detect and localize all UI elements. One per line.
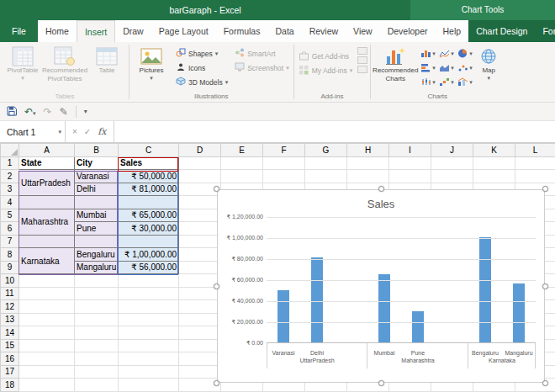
tab-home[interactable]: Home [38,20,77,42]
row-header-17[interactable]: 17 [1,365,19,379]
row-header-6[interactable]: 6 [1,222,19,236]
cell-D9[interactable] [179,261,221,274]
tab-developer[interactable]: Developer [380,20,436,42]
cell-B12[interactable] [75,300,119,314]
chart-resize-handle[interactable] [542,283,548,289]
cell-L2[interactable] [515,170,555,183]
cell-D12[interactable] [179,300,221,314]
cell-C3[interactable]: ₹ 81,000.00 [119,183,179,196]
bar-Bengaluru[interactable] [479,237,491,342]
qat-customize-dropdown-icon[interactable]: ▾ [84,109,87,115]
cell-D15[interactable] [179,339,221,352]
cell-B9[interactable]: Mangaluru [75,261,119,274]
insert-function-icon[interactable]: fx [98,126,106,137]
bar-Delhi[interactable] [311,257,323,342]
cell-B3[interactable]: Delhi [75,183,119,196]
table-button[interactable]: Table [86,44,128,89]
cell-D1[interactable] [179,156,221,170]
cell-A5[interactable]: Maharashtra [19,209,75,235]
cell-B14[interactable] [75,326,119,340]
cell-E2[interactable] [221,170,263,183]
cell-C1[interactable]: Sales [119,156,179,170]
row-header-2[interactable]: 2 [1,170,19,183]
column-header-I[interactable]: I [389,144,431,157]
cell-L1[interactable] [515,156,555,170]
cell-A16[interactable] [19,352,75,366]
combo-chart-button[interactable]: ▾ [456,75,474,89]
tab-format[interactable]: Format [535,20,555,42]
chart-title[interactable]: Sales [218,190,544,217]
chart-resize-handle[interactable] [214,283,219,289]
row-header-18[interactable]: 18 [1,379,19,392]
tab-help[interactable]: Help [436,20,469,42]
format-painter-icon[interactable]: ✎ [60,107,68,117]
cell-D17[interactable] [179,365,221,379]
cell-A18[interactable] [19,379,75,392]
cell-D6[interactable] [179,222,221,236]
cell-D8[interactable] [179,248,221,262]
cell-G1[interactable] [305,156,347,170]
chart-area[interactable]: Sales ₹ 1,20,000.00₹ 1,00,000.00₹ 80,000… [217,189,545,383]
cell-A15[interactable] [19,339,75,352]
column-header-H[interactable]: H [347,144,389,157]
cell-A1[interactable]: State [19,156,75,170]
column-header-B[interactable]: B [75,144,119,157]
row-header-15[interactable]: 15 [1,339,19,352]
chart-resize-handle[interactable] [542,380,548,386]
pictures-button[interactable]: Pictures ▾ [130,44,172,89]
column-header-G[interactable]: G [305,144,347,157]
cell-B2[interactable]: Varanasi [75,170,119,183]
cell-C5[interactable]: ₹ 65,000.00 [119,209,179,222]
cell-I2[interactable] [389,170,431,183]
get-addins-button[interactable]: Get Add-ins [295,49,357,63]
smartart-button[interactable]: SmartArt [231,46,293,61]
row-header-1[interactable]: 1 [1,156,19,170]
row-header-11[interactable]: 11 [1,287,19,300]
cell-B8[interactable]: Bengaluru [75,248,119,262]
pie-chart-button[interactable]: ▾ [456,46,474,61]
column-header-E[interactable]: E [221,144,263,157]
undo-icon[interactable]: ↶▾ [24,107,36,117]
tab-data[interactable]: Data [267,20,301,42]
cell-B13[interactable] [75,313,119,326]
cell-D5[interactable] [179,209,221,222]
cell-A8[interactable]: Karnataka [19,248,75,274]
addin-mini-icon[interactable] [357,56,367,64]
cell-C8[interactable]: ₹ 1,00,000.00 [119,248,179,262]
addin-mini-icon[interactable] [357,47,367,55]
maps-button[interactable]: Map ▾ [474,44,503,89]
chart-resize-handle[interactable] [542,186,548,192]
row-header-4[interactable]: 4 [1,196,19,209]
row-header-9[interactable]: 9 [1,261,19,274]
cell-F2[interactable] [263,170,305,183]
row-header-13[interactable]: 13 [1,313,19,326]
row-header-12[interactable]: 12 [1,300,19,314]
addin-mini-icon[interactable] [357,66,367,73]
column-header-J[interactable]: J [431,144,473,157]
cell-F1[interactable] [263,156,305,170]
cell-D16[interactable] [179,352,221,366]
cell-C16[interactable] [119,352,179,366]
tab-draw[interactable]: Draw [115,20,151,42]
row-header-8[interactable]: 8 [1,248,19,262]
cell-H1[interactable] [347,156,389,170]
embedded-chart[interactable]: Sales ₹ 1,20,000.00₹ 1,00,000.00₹ 80,000… [217,189,545,383]
redo-icon[interactable]: ↷ [44,107,52,117]
cell-J1[interactable] [431,156,473,170]
cell-K1[interactable] [473,156,515,170]
area-chart-button[interactable]: ▾ [437,61,456,75]
chart-resize-handle[interactable] [378,380,384,386]
column-header-C[interactable]: C [119,144,179,157]
bar-chart-button[interactable]: ▾ [419,61,437,75]
scatter-chart-button[interactable]: ▾ [456,61,474,75]
cell-C10[interactable] [119,274,179,288]
shapes-button[interactable]: Shapes ▾ [172,46,231,61]
cell-B16[interactable] [75,352,119,366]
row-header-7[interactable]: 7 [1,235,19,248]
column-header-K[interactable]: K [473,144,515,157]
cell-C6[interactable]: ₹ 30,000.00 [119,222,179,236]
cell-E1[interactable] [221,156,263,170]
cell-C12[interactable] [119,300,179,314]
icons-button[interactable]: Icons [172,61,231,75]
cell-A12[interactable] [19,300,75,314]
